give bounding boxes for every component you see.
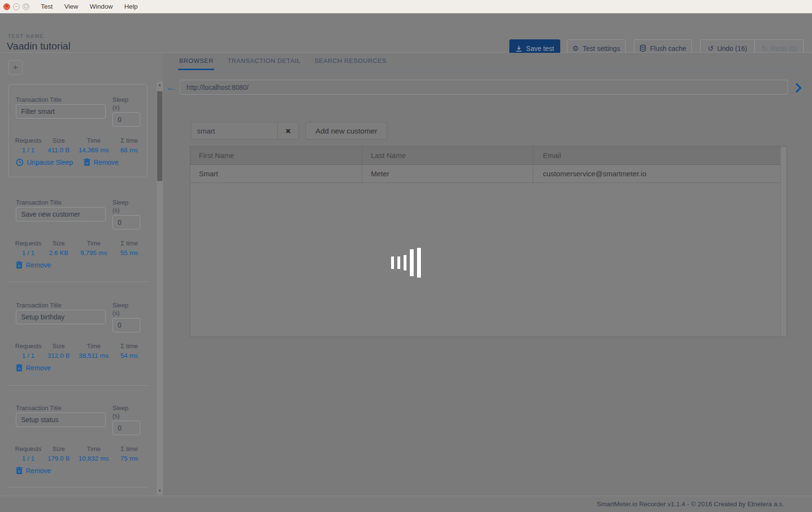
transaction-title-label: Transaction Title (16, 199, 62, 206)
stat-value: 1 / 1 (12, 146, 45, 154)
transaction-stats: Requests1 / 1 Size312.0 B Time38,511 ms … (12, 342, 144, 359)
stat-label: Time (73, 445, 115, 452)
transaction-card: Transaction Title Sleep (s) Requests1 / … (8, 404, 148, 487)
trash-icon (16, 467, 23, 475)
tab-search-resources[interactable]: SEARCH RESOURCES (314, 53, 388, 70)
stat-label: Size (45, 240, 73, 247)
undo-icon: ↺ (708, 45, 714, 52)
cell-first-name: Smart (199, 165, 218, 183)
test-name-label: TEST NAME (8, 33, 44, 39)
loader-bar (404, 255, 406, 270)
menu-test[interactable]: Test (41, 3, 53, 10)
stat-label: Requests (12, 240, 45, 247)
table-header-row: First Name Last Name Email (190, 146, 787, 165)
remove-transaction-link[interactable]: Remove (16, 364, 51, 372)
window-minimize-button[interactable]: − (13, 3, 20, 10)
sidebar-scrollbar-thumb[interactable] (157, 91, 162, 181)
forward-arrow-icon[interactable] (795, 82, 802, 94)
stat-value: 54 ms (115, 352, 144, 359)
sleep-input[interactable] (112, 318, 140, 332)
transaction-card: Transaction Title Sleep (s) Requests1 / … (8, 96, 148, 179)
stat-value: 14,369 ms (73, 146, 115, 154)
unpause-sleep-link[interactable]: Unpause Sleep (16, 158, 73, 166)
card-divider (8, 487, 148, 488)
page-title: Vaadin tutorial (7, 40, 71, 52)
stat-value: 1 / 1 (12, 249, 45, 256)
stat-value: 55 ms (115, 249, 144, 256)
menu-view[interactable]: View (64, 3, 78, 10)
stat-label: Size (45, 342, 73, 350)
trash-icon (16, 261, 23, 269)
column-header-email[interactable]: Email (543, 146, 561, 165)
trash-icon (16, 364, 23, 372)
remove-label: Remove (94, 158, 119, 166)
redo-label: Redo (0) (771, 45, 797, 52)
stat-label: Size (45, 445, 73, 452)
stat-label: Σ time (115, 445, 144, 452)
back-arrow-icon[interactable]: ← (166, 82, 175, 94)
column-divider (362, 146, 362, 183)
column-header-last-name[interactable]: Last Name (371, 146, 406, 165)
stat-value: 179.0 B (45, 455, 73, 462)
add-new-customer-button[interactable]: Add new customer (306, 122, 387, 140)
customer-search-input[interactable] (191, 122, 278, 140)
tab-bar: BROWSER TRANSACTION DETAIL SEARCH RESOUR… (178, 53, 387, 70)
loader-bar (417, 248, 421, 278)
transaction-title-label: Transaction Title (16, 302, 62, 309)
transaction-title-input[interactable] (16, 310, 106, 324)
stat-label: Requests (12, 137, 45, 144)
stat-label: Σ time (115, 342, 144, 350)
menu-help[interactable]: Help (124, 3, 138, 10)
sleep-label: Sleep (s) (112, 302, 137, 317)
remove-transaction-link[interactable]: Remove (84, 158, 119, 166)
stat-label: Requests (12, 445, 45, 452)
undo-label: Undo (16) (717, 45, 747, 52)
stat-label: Size (45, 137, 73, 144)
sleep-label: Sleep (s) (112, 404, 137, 420)
loader-bar (410, 249, 414, 276)
menu-window[interactable]: Window (90, 3, 113, 10)
clear-x-icon: ✖ (285, 127, 291, 135)
footer-version-text: SmartMeter.io Recorder v1.1.4 - © 2016 C… (597, 500, 812, 508)
stat-value: 10,832 ms (73, 455, 115, 462)
stat-value: 312.0 B (45, 352, 73, 359)
window-close-button[interactable]: ✕ (3, 3, 10, 10)
transaction-stats: Requests1 / 1 Size411.0 B Time14,369 ms … (12, 137, 144, 154)
transaction-stats: Requests1 / 1 Size2.6 KB Time9,795 ms Σ … (12, 240, 144, 256)
column-divider (533, 146, 533, 183)
table-row[interactable]: Smart Meter customerservice@smartmeter.i… (190, 165, 787, 183)
column-header-first-name[interactable]: First Name (199, 146, 234, 165)
test-settings-label: Test settings (583, 45, 620, 52)
tab-browser[interactable]: BROWSER (178, 53, 214, 70)
trash-icon (84, 158, 90, 166)
remove-label: Remove (26, 261, 51, 269)
remove-transaction-link[interactable]: Remove (16, 467, 51, 475)
transaction-title-input[interactable] (16, 104, 106, 119)
clear-search-button[interactable]: ✖ (277, 122, 299, 140)
transaction-title-input[interactable] (16, 207, 106, 221)
sleep-input[interactable] (112, 215, 140, 230)
loading-meter-icon (391, 248, 421, 278)
save-test-label: Save test (526, 45, 554, 52)
window-maximize-button[interactable]: ▢ (23, 3, 29, 10)
transaction-stats: Requests1 / 1 Size179.0 B Time10,832 ms … (12, 445, 144, 462)
sleep-input[interactable] (112, 421, 140, 435)
stat-value: 38,511 ms (73, 352, 115, 359)
sleep-label: Sleep (s) (112, 199, 137, 214)
stat-value: 1 / 1 (12, 455, 45, 462)
sleep-input[interactable] (112, 112, 140, 127)
tab-transaction-detail[interactable]: TRANSACTION DETAIL (226, 53, 301, 70)
add-transaction-button[interactable]: + (8, 60, 23, 75)
transaction-title-label: Transaction Title (16, 404, 62, 412)
stat-label: Requests (12, 342, 45, 350)
scroll-down-icon[interactable]: ▼ (157, 489, 163, 492)
url-input[interactable] (180, 80, 788, 95)
remove-transaction-link[interactable]: Remove (16, 261, 51, 269)
app-header: TEST NAME Vaadin tutorial Save test ⚙ Te… (0, 13, 812, 53)
gear-icon: ⚙ (572, 45, 578, 52)
stat-value: 9,795 ms (73, 249, 115, 256)
scroll-up-icon[interactable]: ▲ (157, 83, 163, 86)
transaction-title-input[interactable] (16, 413, 106, 427)
loader-bar (397, 256, 400, 269)
loader-bar (391, 256, 394, 269)
